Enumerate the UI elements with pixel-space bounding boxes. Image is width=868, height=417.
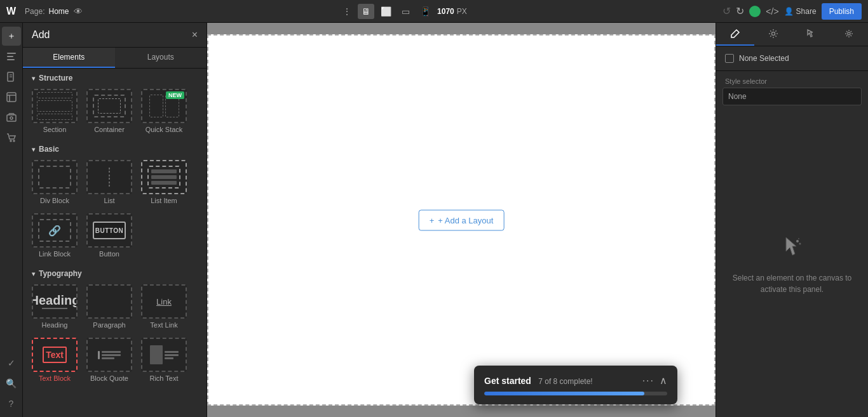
svg-rect-7 (7, 115, 16, 121)
element-divblock[interactable]: Div Block (29, 157, 80, 207)
get-started-more-button[interactable]: ··· (642, 375, 654, 387)
left-sidebar: ＋ ✓ 🔍 ? (0, 23, 23, 417)
new-badge: NEW (166, 91, 184, 99)
structure-elements-grid: Section Container NEW (23, 86, 207, 140)
tab-layouts[interactable]: Layouts (115, 48, 207, 68)
list-label: List (104, 197, 114, 204)
blockquote-icon (86, 338, 132, 372)
button-icon: BUTTON (86, 213, 132, 248)
app-logo: W (6, 6, 16, 17)
publish-button[interactable]: Publish (822, 3, 862, 20)
topbar-right: ↺ ↻ </> 👤 Share Publish (722, 3, 862, 20)
element-container[interactable]: Container (84, 86, 135, 136)
element-textlink[interactable]: Link Text Link (139, 282, 189, 331)
canvas-frame[interactable]: + + Add a Layout (207, 34, 715, 406)
svg-point-14 (799, 243, 801, 245)
add-layout-button[interactable]: + + Add a Layout (419, 209, 505, 230)
sidebar-item-help[interactable]: ? (2, 394, 21, 413)
empty-state-text: Select an element on the canvas to activ… (729, 272, 855, 295)
add-panel-tabs: Elements Layouts (23, 48, 207, 69)
quickstack-icon: NEW (141, 89, 187, 123)
redo-button[interactable]: ↻ (736, 5, 744, 17)
status-indicator (749, 6, 761, 17)
element-heading[interactable]: Heading Heading (29, 282, 80, 331)
tab-settings[interactable] (754, 23, 792, 46)
sidebar-item-add[interactable]: ＋ (2, 27, 21, 46)
undo-button[interactable]: ↺ (722, 5, 731, 17)
right-panel-empty-state: Select an element on the canvas to activ… (716, 112, 868, 417)
container-icon (86, 89, 132, 123)
add-panel: Add × Elements Layouts ▾ Structure (23, 23, 207, 417)
element-list[interactable]: List (84, 157, 135, 207)
textlink-icon: Link (141, 284, 187, 319)
element-paragraph[interactable]: Paragraph (84, 282, 135, 331)
svg-rect-6 (7, 93, 16, 102)
more-options-button[interactable]: ⋮ (339, 4, 355, 19)
tab-custom-attributes[interactable] (830, 23, 868, 46)
element-richtext[interactable]: Rich Text (139, 335, 189, 385)
element-linkblock[interactable]: 🔗 Link Block (29, 211, 80, 260)
list-icon (86, 160, 132, 194)
paragraph-icon (86, 284, 132, 319)
get-started-collapse-button[interactable]: ∧ (660, 374, 667, 387)
tab-elements[interactable]: Elements (23, 48, 115, 68)
right-panel: None Selected Style selector None Select… (715, 23, 868, 417)
desktop-view-button[interactable]: 🖥 (358, 4, 374, 19)
add-panel-close-button[interactable]: × (192, 29, 198, 41)
structure-section-header[interactable]: ▾ Structure (23, 69, 207, 86)
get-started-title: Get started (484, 376, 531, 386)
section-label: Section (43, 126, 67, 133)
element-listitem[interactable]: List Item (139, 157, 189, 207)
blockquote-label: Block Quote (90, 374, 128, 382)
svg-rect-0 (7, 53, 16, 54)
canvas-width: 1070 PX (437, 7, 467, 16)
sidebar-item-pages[interactable] (2, 67, 21, 86)
sidebar-item-cms[interactable] (2, 88, 21, 107)
basic-chevron: ▾ (32, 146, 35, 153)
sidebar-item-ecommerce[interactable] (2, 128, 21, 147)
mobile-button[interactable]: 📱 (416, 4, 435, 19)
style-selector-label: Style selector (716, 71, 868, 88)
element-textblock[interactable]: Text Text Block (29, 335, 80, 385)
progress-bar-bg (484, 392, 667, 395)
element-blockquote[interactable]: Block Quote (84, 335, 135, 385)
plus-icon: + (430, 215, 435, 225)
sidebar-item-assets[interactable] (2, 108, 21, 127)
style-selector-input[interactable]: None (722, 88, 862, 105)
get-started-bar: Get started 7 of 8 complete! ··· ∧ (474, 366, 677, 404)
none-selected-text: None Selected (739, 54, 789, 63)
code-editor-button[interactable]: </> (766, 6, 778, 17)
basic-elements-grid: Div Block List (23, 157, 207, 264)
sidebar-item-search[interactable]: 🔍 (2, 374, 21, 393)
preview-icon[interactable]: 👁 (74, 6, 83, 17)
svg-point-12 (848, 32, 850, 35)
sidebar-item-navigator[interactable] (2, 47, 21, 66)
sidebar-item-done[interactable]: ✓ (2, 354, 21, 373)
tab-interactions[interactable] (792, 23, 831, 46)
quickstack-label: Quick Stack (146, 126, 183, 133)
svg-point-8 (10, 117, 13, 119)
element-section[interactable]: Section (29, 86, 80, 136)
svg-point-15 (798, 238, 799, 239)
divblock-label: Div Block (40, 197, 69, 204)
richtext-icon (141, 338, 187, 372)
textlink-label: Text Link (150, 321, 177, 329)
tablet-portrait-button[interactable]: ▭ (398, 4, 414, 19)
share-button[interactable]: 👤 Share (784, 7, 817, 16)
listitem-label: List Item (151, 197, 177, 204)
basic-section-header[interactable]: ▾ Basic (23, 140, 207, 157)
get-started-actions: ··· ∧ (642, 374, 667, 387)
progress-bar-fill (484, 392, 644, 395)
tablet-landscape-button[interactable]: ⬜ (377, 4, 395, 19)
share-icon: 👤 (784, 7, 794, 16)
section-icon (32, 89, 78, 123)
paragraph-label: Paragraph (93, 321, 125, 329)
element-button[interactable]: BUTTON Button (84, 211, 135, 260)
textblock-icon: Text (32, 338, 78, 372)
none-checkbox (725, 54, 734, 63)
svg-point-10 (13, 140, 15, 142)
svg-rect-2 (7, 59, 15, 60)
typography-section-header[interactable]: ▾ Typography (23, 264, 207, 282)
element-quickstack[interactable]: NEW Quick Stack (139, 86, 189, 136)
tab-style[interactable] (716, 23, 754, 46)
